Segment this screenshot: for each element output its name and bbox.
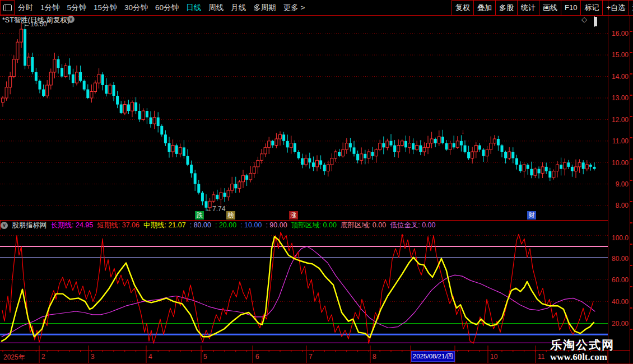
watermark-url: www.60lt.com — [550, 352, 615, 363]
indicator-name: 股朋指标网 — [12, 221, 47, 230]
toolbar-button-4[interactable]: 统计 — [517, 1, 539, 15]
toolbar-button-8[interactable]: +自选 — [602, 1, 629, 15]
menu-item-5[interactable]: 30分钟 — [124, 3, 148, 13]
indicator-axis-label-1: 100.0 — [608, 234, 629, 242]
indicator-axis-label-4: 40.00 — [608, 298, 629, 306]
marker-badge-财[interactable]: 财 — [527, 211, 536, 220]
indicator-chart[interactable] — [0, 230, 608, 350]
chart-annotation-2: ←7.74 — [206, 205, 225, 213]
menu-item-3[interactable]: 5分钟 — [67, 3, 87, 13]
price-axis-label-3: 14.00 — [608, 73, 629, 81]
marker-badge-跌[interactable]: 跌 — [195, 211, 204, 220]
menu-item-1[interactable]: 分时 — [18, 3, 33, 13]
indicator-param-9: 底部区域: 0.00 — [341, 221, 386, 230]
chart-annotation-3: ↓ — [461, 128, 464, 136]
time-axis-label-4: 4 — [148, 353, 152, 361]
indicator-axis-label-2: 80.00 — [608, 255, 629, 263]
right-strip-ticks — [630, 31, 632, 336]
indicator-param-3: 中期线: 21.07 — [143, 221, 186, 230]
axis-border-line — [608, 0, 608, 364]
menubar: 分时1分钟5分钟15分钟30分钟60分钟日线周线月线多周期更多 > 复权叠加多股… — [0, 0, 633, 16]
indicator-axis-label-3: 60.00 — [608, 276, 629, 284]
bottom-border-line — [0, 363, 633, 363]
crosshair-date-box: 2025/08/21/四 — [411, 351, 455, 362]
marker-badge-涨[interactable]: 涨 — [289, 211, 298, 220]
indicator-param-4: : 80.00 — [190, 221, 211, 229]
indicator-chevron-down-icon[interactable]: ∨ — [1, 222, 8, 229]
price-axis-label-4: 13.00 — [608, 94, 629, 102]
split-window-icon — [3, 4, 12, 11]
indicator-param-7: : 90.00 — [266, 221, 287, 229]
toolbar-button-6[interactable]: F10 — [561, 1, 580, 15]
menu-item-7[interactable]: 日线 — [186, 3, 201, 13]
time-axis-label-8: 8 — [373, 353, 376, 361]
time-axis-label-7: 7 — [309, 353, 313, 361]
menu-item-9[interactable]: 月线 — [231, 3, 246, 13]
toolbar-button-1[interactable]: 复权 — [452, 1, 473, 15]
time-axis-label-5: 5 — [203, 353, 207, 361]
app-window: 分时1分钟5分钟15分钟30分钟60分钟日线周线月线多周期更多 > 复权叠加多股… — [0, 0, 633, 364]
watermark-site-name: 乐淘公式网 — [550, 338, 615, 352]
menu-item-8[interactable]: 周线 — [208, 3, 224, 13]
indicator-param-5: : 20.00 — [215, 221, 236, 229]
indicator-param-8: 顶部区域: 0.00 — [291, 221, 337, 230]
period-menu: 分时1分钟5分钟15分钟30分钟60分钟日线周线月线多周期更多 > — [18, 0, 305, 15]
indicator-header: ∨ 股朋指标网 长期线: 24.95短期线: 37.06中期线: 21.07: … — [0, 221, 608, 230]
indicator-param-6: : 10.00 — [240, 221, 262, 229]
time-axis-label-9: 10 — [490, 353, 497, 361]
price-axis-label-5: 12.00 — [608, 116, 629, 124]
indicator-axis-label-5: 20.00 — [608, 320, 629, 328]
menu-item-11[interactable]: 更多 > — [283, 3, 305, 13]
toolbar-button-7[interactable]: 标记 — [580, 1, 602, 15]
toolbar-button-3[interactable]: 多股 — [495, 1, 517, 15]
price-axis-label-6: 11.00 — [608, 137, 629, 145]
toolbar: 复权叠加多股统计画线F10标记+自选返回 — [452, 0, 633, 15]
candlestick-chart[interactable] — [0, 21, 608, 221]
indicator-param-2: 短期线: 37.06 — [97, 221, 139, 230]
toolbar-button-2[interactable]: 叠加 — [473, 1, 495, 15]
menu-item-10[interactable]: 多周期 — [253, 3, 276, 13]
watermark: 乐淘公式网 www.60lt.com — [550, 338, 615, 363]
time-axis-label-6: 6 — [255, 353, 259, 361]
window-layout-button[interactable] — [0, 0, 15, 15]
menu-item-4[interactable]: 15分钟 — [94, 3, 117, 13]
chart-annotation-1: ←16.50 — [24, 20, 47, 28]
menu-item-2[interactable]: 1分钟 — [40, 3, 60, 13]
price-axis-label-1: 16.00 — [608, 30, 629, 38]
time-axis-label-2: 2 — [41, 353, 45, 361]
price-axis-label-9: 8.00 — [608, 202, 629, 209]
menu-item-6[interactable]: 60分钟 — [155, 3, 179, 13]
indicator-param-10: 低位金叉: 0.00 — [390, 221, 435, 230]
price-axis-label-2: 15.00 — [608, 51, 629, 59]
toolbar-button-9[interactable]: 返回 — [629, 1, 633, 15]
time-axis-label-3: 3 — [91, 353, 95, 361]
time-axis-label-10: 11 — [538, 353, 544, 361]
indicator-param-1: 长期线: 24.95 — [51, 221, 94, 230]
marker-badge-榜[interactable]: 榜 — [226, 211, 235, 220]
toolbar-button-5[interactable]: 画线 — [539, 1, 561, 15]
price-axis-label-8: 9.00 — [608, 180, 629, 188]
price-axis-label-7: 10.00 — [608, 159, 629, 167]
time-axis-label-1: 2025年 — [3, 353, 25, 362]
